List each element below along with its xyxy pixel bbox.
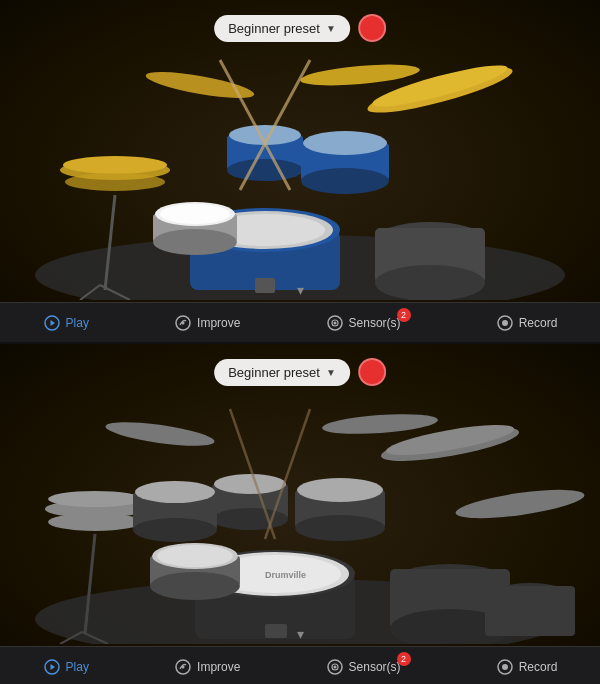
svg-text:Drumville: Drumville (265, 570, 306, 580)
preset-bar-1: Beginner preset ▼ (214, 14, 386, 42)
svg-point-62 (48, 491, 142, 507)
svg-marker-36 (50, 320, 55, 326)
preset-bar-2: Beginner preset ▼ (214, 358, 386, 386)
svg-point-63 (48, 513, 142, 531)
sensors-label-2: Sensor(s) (349, 660, 401, 674)
svg-point-21 (299, 61, 420, 89)
bottom-nav-2: Play Improve Sensor(s) (0, 646, 600, 684)
svg-rect-82 (265, 624, 287, 638)
svg-point-29 (303, 131, 387, 155)
nav-play-1[interactable]: Play (35, 310, 97, 336)
svg-point-77 (297, 478, 383, 502)
svg-point-38 (182, 321, 185, 324)
expand-chevron-2[interactable]: ▾ (297, 626, 304, 642)
chevron-down-icon-2: ▼ (326, 367, 336, 378)
sensors-badge-1: 2 (397, 308, 411, 322)
panel-1: Beginner preset ▼ ▾ Play (0, 0, 600, 342)
record-label-2: Record (519, 660, 558, 674)
record-icon-2 (496, 658, 514, 676)
svg-point-24 (227, 159, 303, 181)
sensors-badge-2: 2 (397, 652, 411, 666)
improve-label-2: Improve (197, 660, 240, 674)
sensors-icon-2 (326, 658, 344, 676)
svg-point-68 (454, 484, 586, 524)
nav-improve-2[interactable]: Improve (166, 654, 248, 680)
sensors-label-1: Sensor(s) (349, 316, 401, 330)
svg-point-95 (502, 664, 508, 670)
svg-point-76 (295, 515, 385, 541)
expand-chevron-1[interactable]: ▾ (297, 282, 304, 298)
preset-label-1: Beginner preset (228, 21, 320, 36)
svg-point-69 (322, 411, 439, 437)
play-icon (43, 314, 61, 332)
bottom-nav-1: Play Improve Sensor(s) (0, 302, 600, 342)
nav-improve-1[interactable]: Improve (166, 310, 248, 336)
improve-icon-2 (174, 658, 192, 676)
svg-point-16 (65, 173, 165, 191)
play-label-1: Play (66, 316, 89, 330)
svg-point-60 (157, 545, 233, 567)
svg-marker-88 (50, 664, 55, 670)
panel-2: Drumville (0, 344, 600, 684)
nav-sensors-2[interactable]: Sensor(s) 2 (318, 654, 419, 680)
svg-rect-49 (485, 586, 575, 636)
nav-sensors-1[interactable]: Sensor(s) 2 (318, 310, 419, 336)
nav-record-1[interactable]: Record (488, 310, 566, 336)
svg-point-93 (333, 665, 336, 668)
improve-label-1: Improve (197, 316, 240, 330)
play-label-2: Play (66, 660, 89, 674)
preset-label-2: Beginner preset (228, 365, 320, 380)
sensors-icon (326, 314, 344, 332)
sensors-badge-wrap-1: Sensor(s) 2 (349, 316, 411, 330)
chevron-down-icon: ▼ (326, 23, 336, 34)
svg-point-67 (104, 417, 215, 450)
sensors-badge-wrap-2: Sensor(s) 2 (349, 660, 411, 674)
nav-play-2[interactable]: Play (35, 654, 97, 680)
svg-point-41 (333, 321, 336, 324)
record-label-1: Record (519, 316, 558, 330)
improve-icon (174, 314, 192, 332)
svg-point-58 (150, 572, 240, 600)
record-icon (496, 314, 514, 332)
svg-point-13 (160, 204, 230, 224)
svg-point-90 (182, 665, 185, 668)
preset-dropdown-2[interactable]: Beginner preset ▼ (214, 359, 350, 386)
record-button-1[interactable] (358, 14, 386, 42)
svg-point-73 (214, 474, 286, 494)
svg-point-72 (212, 508, 288, 530)
svg-point-15 (63, 156, 167, 174)
play-icon-2 (43, 658, 61, 676)
svg-point-28 (301, 168, 389, 194)
svg-point-43 (502, 320, 508, 326)
record-button-2[interactable] (358, 358, 386, 386)
preset-dropdown-1[interactable]: Beginner preset ▼ (214, 15, 350, 42)
svg-point-11 (153, 229, 237, 255)
svg-point-81 (135, 481, 215, 503)
nav-record-2[interactable]: Record (488, 654, 566, 680)
svg-rect-30 (255, 278, 275, 293)
svg-point-80 (133, 518, 217, 542)
svg-point-3 (375, 265, 485, 300)
